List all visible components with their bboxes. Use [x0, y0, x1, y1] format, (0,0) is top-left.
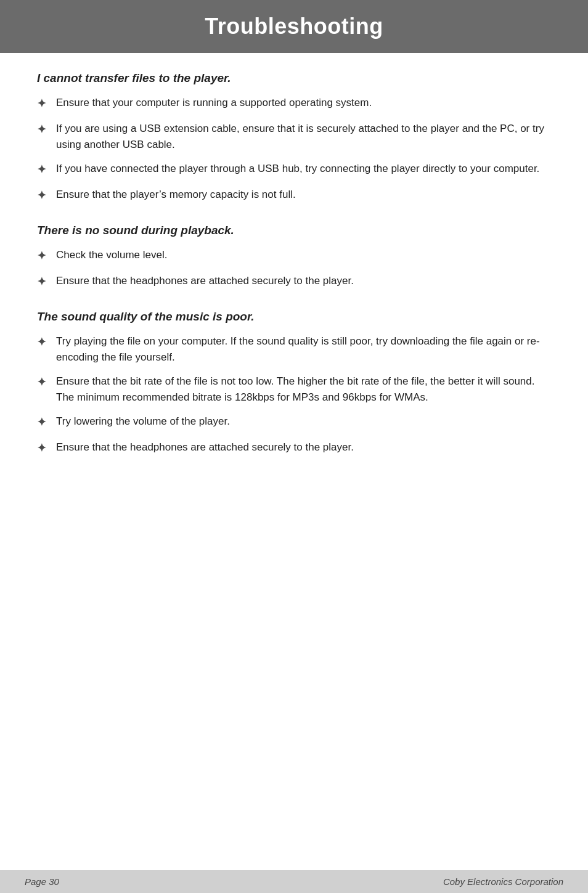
bullet-text: Ensure that the headphones are attached … [56, 439, 551, 455]
bullet-text: If you are using a USB extension cable, … [56, 121, 551, 152]
bullet-icon: ✦ [37, 248, 46, 264]
section-no-sound-title: There is no sound during playback. [37, 224, 551, 237]
section-poor-quality: The sound quality of the music is poor. … [37, 310, 551, 457]
bullet-icon: ✦ [37, 187, 46, 204]
footer-page-label: Page 30 [25, 876, 59, 887]
page-content: I cannot transfer files to the player. ✦… [0, 53, 588, 870]
page-header: Troubleshooting [0, 0, 588, 53]
bullet-text: Check the volume level. [56, 247, 551, 263]
list-item: ✦ Ensure that your computer is running a… [37, 95, 551, 112]
section-no-sound: There is no sound during playback. ✦ Che… [37, 224, 551, 290]
section-no-sound-list: ✦ Check the volume level. ✦ Ensure that … [37, 247, 551, 290]
bullet-icon: ✦ [37, 334, 46, 351]
bullet-icon: ✦ [37, 274, 46, 290]
list-item: ✦ Ensure that the headphones are attache… [37, 273, 551, 290]
footer-brand-label: Coby Electronics Corporation [443, 876, 563, 887]
bullet-text: Ensure that the headphones are attached … [56, 273, 551, 289]
bullet-icon: ✦ [37, 161, 46, 178]
bullet-text: Ensure that your computer is running a s… [56, 95, 551, 111]
bullet-text: Ensure that the bit rate of the file is … [56, 373, 551, 405]
section-poor-quality-list: ✦ Try playing the file on your computer.… [37, 333, 551, 457]
bullet-text: If you have connected the player through… [56, 161, 551, 177]
list-item: ✦ Ensure that the player’s memory capaci… [37, 187, 551, 204]
section-transfer-title: I cannot transfer files to the player. [37, 71, 551, 85]
bullet-icon: ✦ [37, 414, 46, 431]
bullet-icon: ✦ [37, 121, 46, 138]
list-item: ✦ Check the volume level. [37, 247, 551, 264]
bullet-text: Try playing the file on your computer. I… [56, 333, 551, 365]
list-item: ✦ Ensure that the bit rate of the file i… [37, 373, 551, 405]
bullet-icon: ✦ [37, 96, 46, 112]
bullet-icon: ✦ [37, 374, 46, 391]
page-footer: Page 30 Coby Electronics Corporation [0, 870, 588, 893]
list-item: ✦ Ensure that the headphones are attache… [37, 439, 551, 457]
list-item: ✦ Try playing the file on your computer.… [37, 333, 551, 365]
section-transfer-list: ✦ Ensure that your computer is running a… [37, 95, 551, 204]
list-item: ✦ If you have connected the player throu… [37, 161, 551, 178]
bullet-text: Try lowering the volume of the player. [56, 414, 551, 430]
list-item: ✦ If you are using a USB extension cable… [37, 121, 551, 152]
page-title: Troubleshooting [25, 14, 563, 39]
section-poor-quality-title: The sound quality of the music is poor. [37, 310, 551, 324]
bullet-text: Ensure that the player’s memory capacity… [56, 187, 551, 203]
section-transfer: I cannot transfer files to the player. ✦… [37, 71, 551, 204]
list-item: ✦ Try lowering the volume of the player. [37, 414, 551, 431]
bullet-icon: ✦ [37, 440, 46, 457]
